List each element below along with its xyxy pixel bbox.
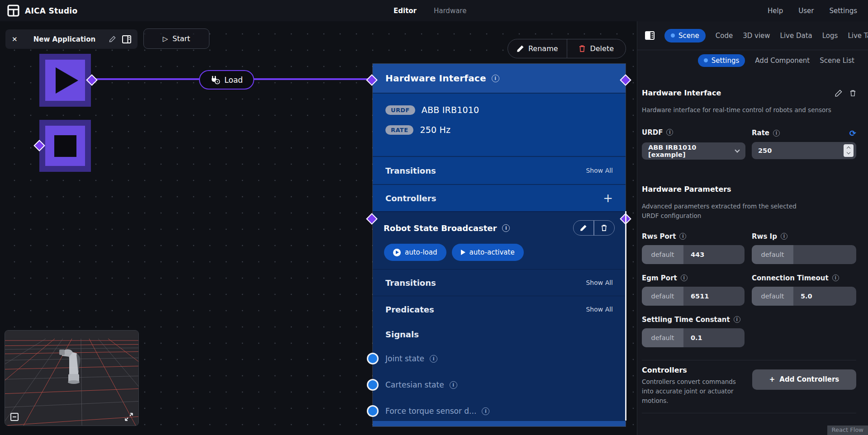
- hardware-interface-node[interactable]: Hardware Interface i URDF ABB IRB1010 RA…: [373, 64, 626, 426]
- subtab-add-component[interactable]: Add Component: [755, 57, 810, 65]
- egm-port-field[interactable]: default 6511: [642, 287, 745, 306]
- rate-input[interactable]: 250: [752, 142, 856, 159]
- add-controllers-button[interactable]: + Add Controllers: [752, 369, 856, 390]
- add-controllers-label: Add Controllers: [779, 375, 839, 383]
- edit-app-name-icon[interactable]: [109, 36, 116, 43]
- tab-hardware[interactable]: Hardware: [434, 7, 466, 15]
- edit-hardware-icon[interactable]: [835, 90, 842, 97]
- subtab-scene-list[interactable]: Scene List: [820, 57, 854, 65]
- refresh-icon[interactable]: ⟳: [849, 128, 856, 138]
- hardware-interface-node-header[interactable]: Hardware Interface i: [373, 64, 626, 93]
- info-icon[interactable]: i: [773, 130, 780, 137]
- auto-load-button[interactable]: auto-load: [384, 244, 446, 261]
- delete-broadcaster-button[interactable]: [594, 221, 614, 235]
- hardware-interface-description: Hardware interface for real-time control…: [642, 105, 856, 115]
- subtab-settings[interactable]: Settings: [698, 54, 745, 67]
- tab-live-table[interactable]: Live Table: [848, 32, 868, 40]
- controllers-section-title: Controllers: [642, 366, 687, 374]
- stop-node[interactable]: [39, 120, 91, 172]
- info-icon[interactable]: i: [681, 274, 688, 281]
- number-stepper[interactable]: [844, 144, 854, 157]
- robot-state-broadcaster-section: Robot State Broadcaster i auto-load: [373, 211, 626, 421]
- start-node[interactable]: [39, 54, 91, 107]
- card-vertical-scrollbar[interactable]: [625, 211, 626, 421]
- node-summary: URDF ABB IRB1010 RATE 250 Hz: [373, 93, 626, 156]
- panel-layout-icon[interactable]: [122, 35, 131, 43]
- settings-link[interactable]: Settings: [829, 7, 857, 15]
- auto-load-label: auto-load: [405, 248, 437, 256]
- rws-port-field[interactable]: default 443: [642, 245, 745, 264]
- close-icon[interactable]: ✕: [12, 35, 20, 43]
- edit-broadcaster-button[interactable]: [574, 221, 593, 235]
- stop-node-body: [45, 126, 85, 166]
- tab-live-data[interactable]: Live Data: [780, 32, 812, 40]
- signal-output-handle[interactable]: [367, 379, 379, 391]
- pencil-icon: [580, 224, 587, 232]
- broadcaster-actions: [573, 220, 615, 236]
- tab-editor[interactable]: Editor: [394, 7, 417, 15]
- play-circle-icon: [393, 249, 401, 256]
- tab-3d-view[interactable]: 3D view: [743, 32, 770, 40]
- controllers-title: Controllers: [385, 194, 436, 203]
- add-controller-icon[interactable]: +: [603, 191, 613, 205]
- rws-ip-field[interactable]: default: [752, 245, 856, 264]
- settling-time-constant-field[interactable]: default 0.1: [642, 328, 745, 347]
- info-icon[interactable]: i: [482, 407, 489, 415]
- info-icon[interactable]: i: [666, 129, 673, 136]
- settling-time-constant-value: 0.1: [683, 334, 702, 341]
- signal-joint-state: Joint state i: [373, 345, 626, 372]
- rename-button[interactable]: Rename: [508, 39, 567, 58]
- subtab-settings-label: Settings: [711, 57, 740, 65]
- play-icon: [56, 67, 78, 94]
- broadcaster-predicates-show-all[interactable]: Show All: [586, 306, 613, 313]
- delete-button[interactable]: Delete: [567, 39, 626, 58]
- load-edge-label[interactable]: Load: [199, 70, 254, 90]
- info-icon[interactable]: i: [679, 233, 686, 240]
- 3d-viewport[interactable]: [5, 330, 139, 426]
- broadcaster-header: Robot State Broadcaster i: [373, 212, 626, 236]
- help-link[interactable]: Help: [768, 7, 783, 15]
- tab-logs[interactable]: Logs: [822, 32, 838, 40]
- auto-activate-button[interactable]: auto-activate: [452, 244, 524, 261]
- broadcaster-transitions-show-all[interactable]: Show All: [586, 279, 613, 286]
- info-icon[interactable]: i: [734, 316, 740, 323]
- urdf-select-value: ABB IRB1010 [example]: [648, 144, 735, 158]
- default-prefix: default: [752, 245, 793, 264]
- info-icon[interactable]: i: [502, 224, 510, 232]
- info-icon[interactable]: i: [450, 381, 457, 389]
- urdf-select[interactable]: ABB IRB1010 [example]: [642, 142, 745, 160]
- transitions-show-all[interactable]: Show All: [586, 167, 613, 174]
- tab-code[interactable]: Code: [716, 32, 733, 40]
- start-node-body: [45, 60, 85, 101]
- info-icon[interactable]: i: [492, 75, 499, 82]
- tab-scene[interactable]: Scene: [664, 29, 706, 43]
- pencil-icon: [517, 45, 524, 52]
- controllers-row: Controllers +: [373, 184, 626, 211]
- egm-port-value: 6511: [683, 293, 709, 300]
- connection-timeout-field[interactable]: default 5.0: [752, 287, 856, 306]
- signal-output-handle[interactable]: [367, 353, 379, 364]
- aica-studio-window: AICA Studio Editor Hardware Help User Se…: [0, 0, 868, 435]
- plug-icon: [210, 76, 220, 85]
- viewport-collapse-button[interactable]: [10, 413, 19, 421]
- signal-label: Force torque sensor d...: [385, 407, 476, 416]
- app-title: AICA Studio: [25, 6, 77, 15]
- info-icon[interactable]: i: [781, 233, 787, 240]
- user-link[interactable]: User: [798, 7, 814, 15]
- info-icon[interactable]: i: [832, 274, 839, 281]
- info-icon[interactable]: i: [430, 355, 437, 363]
- broadcaster-transitions-row: Transitions Show All: [373, 269, 626, 296]
- viewport-expand-button[interactable]: [125, 413, 133, 421]
- panel-layout-icon[interactable]: [645, 31, 655, 40]
- start-button[interactable]: ▷ Start: [143, 28, 209, 49]
- urdf-value: ABB IRB1010: [422, 105, 479, 115]
- broadcaster-predicates-row: Predicates Show All: [373, 296, 626, 322]
- panel-subtabs: Settings Add Component Scene List: [637, 50, 868, 71]
- urdf-field-label: URDF: [642, 128, 663, 137]
- divider: [642, 360, 856, 360]
- signal-output-handle[interactable]: [367, 405, 379, 417]
- signal-label: Joint state: [385, 354, 424, 363]
- rws-port-label: Rws Port: [642, 232, 676, 241]
- rename-label: Rename: [528, 44, 558, 53]
- delete-hardware-icon[interactable]: [849, 90, 856, 97]
